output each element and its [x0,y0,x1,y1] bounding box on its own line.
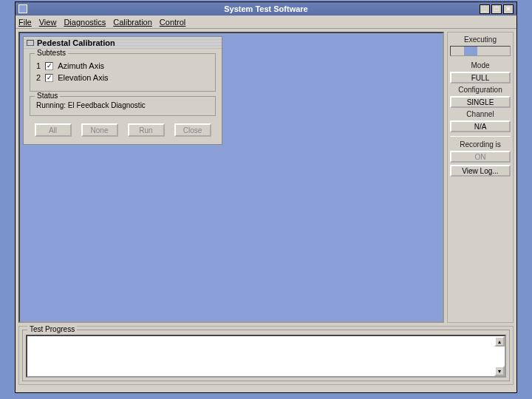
scroll-up-icon[interactable]: ▴ [494,336,505,347]
all-button[interactable]: All [35,123,72,137]
menu-view[interactable]: View [39,18,57,27]
channel-button[interactable]: N/A [450,120,511,132]
scroll-down-icon[interactable]: ▾ [494,366,505,376]
executing-label: Executing [450,35,511,44]
close-dialog-button[interactable]: Close [174,123,211,137]
titlebar: System Test Software _ □ × [16,2,516,16]
main-window: System Test Software _ □ × File View Dia… [15,1,517,393]
menu-calibration[interactable]: Calibration [113,18,152,27]
side-panel: Executing Mode FULL Configuration SINGLE… [447,32,514,323]
menubar: File View Diagnostics Calibration Contro… [16,16,516,29]
subtests-fieldset: Subtests 1 ✓ Azimuth Axis 2 ✓ Elevation … [30,53,216,92]
subtest-row: 2 ✓ Elevation Axis [36,73,209,82]
divider [450,136,511,137]
channel-label: Channel [450,110,511,118]
executing-progress [450,46,511,56]
subtest-checkbox-2[interactable]: ✓ [45,74,53,82]
subtests-legend: Subtests [35,49,68,57]
close-button[interactable]: × [503,4,514,14]
status-fieldset: Status Running: El Feedback Diagnostic [30,96,216,116]
subtest-checkbox-1[interactable]: ✓ [45,62,53,70]
dialog-title: Pedestal Calibration [37,38,115,47]
main-canvas: Pedestal Calibration Subtests 1 ✓ Azimut… [18,32,444,323]
status-text: Running: El Feedback Diagnostic [36,101,209,109]
recording-label: Recording is [450,140,511,149]
subtest-label: Elevation Axis [58,73,108,82]
progress-textarea[interactable]: ▴ ▾ [26,335,506,378]
none-button[interactable]: None [81,123,118,137]
window-title: System Test Software [224,4,308,13]
recording-button[interactable]: ON [450,151,511,163]
subtest-label: Azimuth Axis [58,61,104,70]
mode-button[interactable]: FULL [450,72,511,83]
menu-control[interactable]: Control [160,18,185,27]
config-label: Configuration [450,86,511,94]
run-button[interactable]: Run [128,123,165,137]
minimize-button[interactable]: _ [480,4,490,14]
viewlog-button[interactable]: View Log... [450,165,511,177]
maximize-button[interactable]: □ [491,4,502,14]
calibration-dialog: Pedestal Calibration Subtests 1 ✓ Azimut… [23,36,222,145]
menu-diagnostics[interactable]: Diagnostics [64,18,106,27]
dialog-icon [27,40,34,46]
status-legend: Status [35,92,60,100]
bottom-panel: Test Progress ▴ ▾ [18,326,514,385]
subtest-row: 1 ✓ Azimuth Axis [36,61,209,70]
app-icon [18,4,27,13]
dialog-titlebar[interactable]: Pedestal Calibration [24,37,222,49]
mode-label: Mode [450,61,511,69]
subtest-number: 2 [36,73,41,82]
config-button[interactable]: SINGLE [450,96,511,108]
progress-legend: Test Progress [27,325,77,333]
subtest-number: 1 [36,61,41,70]
menu-file[interactable]: File [18,18,32,27]
